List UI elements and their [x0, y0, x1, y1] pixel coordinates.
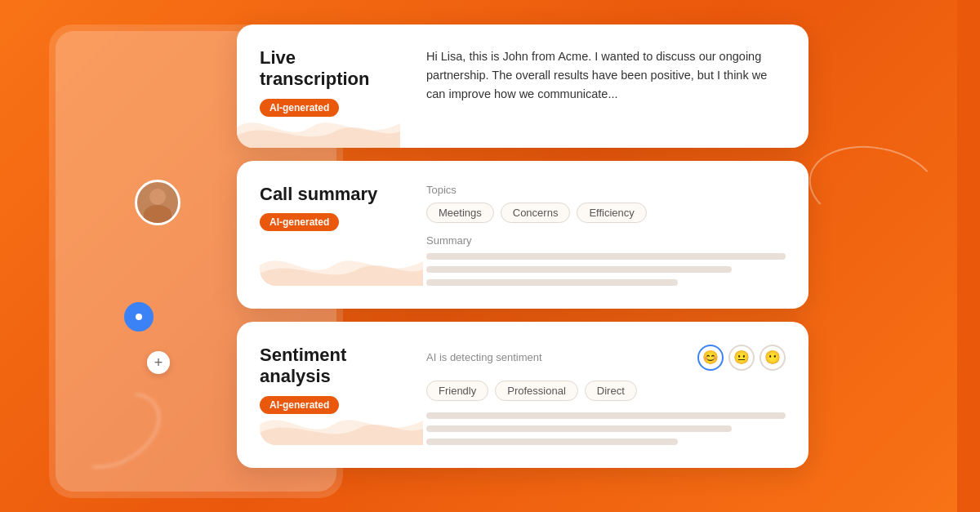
sentiment-tags-row: Friendly Professional Direct [426, 381, 786, 401]
call-summary-card: Call summary AI-generated Topics Meeting… [237, 161, 808, 309]
curve-decoration-right [803, 136, 946, 239]
card1-right: Hi Lisa, this is John from Acme. I wante… [426, 47, 786, 125]
topics-tags-row: Meetings Concerns Efficiency [426, 203, 786, 223]
orange-bar-decoration [957, 0, 980, 512]
card2-ai-badge: AI-generated [260, 213, 339, 231]
card3-right: AI is detecting sentiment 😊 😐 😶 Friendly… [426, 345, 786, 445]
wave-decoration-3 [260, 400, 423, 445]
wave-decoration-1 [237, 103, 400, 148]
summary-label: Summary [426, 234, 786, 247]
avatar-head [149, 189, 166, 205]
emoji-row: 😊 😐 😶 [697, 345, 786, 371]
card1-title: Live transcription [260, 47, 407, 91]
sentiment-line-1 [426, 412, 786, 419]
tag-efficiency: Efficiency [577, 203, 646, 223]
sentiment-line-3 [426, 439, 678, 445]
card1-left: Live transcription AI-generated [260, 47, 407, 125]
emoji-happy: 😊 [697, 345, 724, 371]
transcript-text: Hi Lisa, this is John from Acme. I wante… [426, 47, 786, 105]
live-transcription-card: Live transcription AI-generated Hi Lisa,… [237, 24, 808, 148]
placeholder-line-3 [426, 279, 678, 286]
card3-title: Sentiment analysis [260, 345, 407, 388]
topics-label: Topics [426, 184, 786, 196]
svg-point-0 [136, 314, 142, 320]
blue-dot-icon [124, 302, 154, 332]
tag-concerns: Concerns [501, 203, 571, 223]
emoji-neutral: 😐 [728, 345, 755, 371]
placeholder-line-1 [426, 253, 786, 260]
card2-right: Topics Meetings Concerns Efficiency Summ… [426, 184, 786, 286]
avatar-body [144, 205, 172, 223]
placeholder-line-2 [426, 266, 732, 273]
card3-left: Sentiment analysis AI-generated [260, 345, 407, 445]
tag-friendly: Friendly [426, 381, 488, 401]
tag-meetings: Meetings [426, 203, 494, 223]
wave-decoration-2 [260, 241, 423, 286]
sentiment-placeholder-lines [426, 412, 786, 445]
card2-left: Call summary AI-generated [260, 184, 407, 286]
sentiment-line-2 [426, 425, 732, 432]
summary-placeholder-lines [426, 253, 786, 286]
phone-icon [132, 310, 145, 323]
cards-container: Live transcription AI-generated Hi Lisa,… [237, 24, 808, 481]
sentiment-header: AI is detecting sentiment 😊 😐 😶 [426, 345, 786, 371]
emoji-expressionless: 😶 [760, 345, 786, 371]
tag-professional: Professional [495, 381, 578, 401]
sentiment-analysis-card: Sentiment analysis AI-generated AI is de… [237, 322, 808, 468]
tag-direct: Direct [585, 381, 637, 401]
add-button[interactable]: + [147, 351, 170, 374]
sentiment-detecting-text: AI is detecting sentiment [426, 351, 542, 363]
card2-title: Call summary [260, 184, 407, 205]
avatar [135, 180, 180, 225]
